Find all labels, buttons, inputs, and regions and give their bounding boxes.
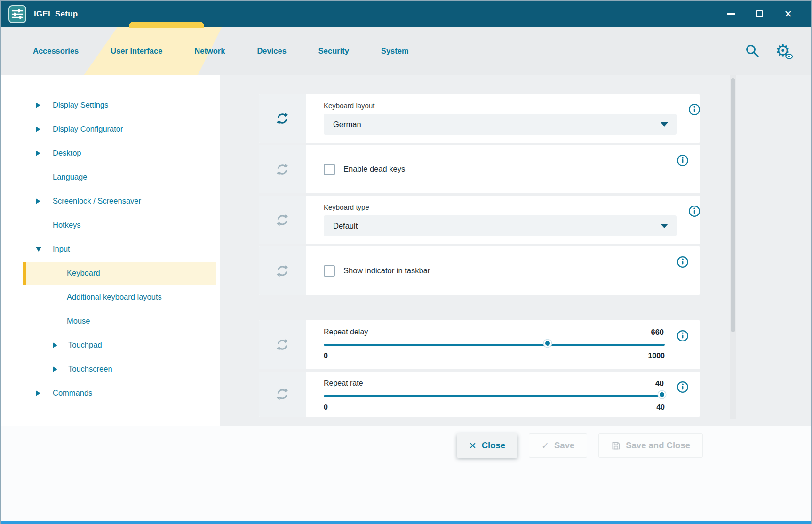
setting-card-keyboard-type: Keyboard type Default: [259, 196, 700, 244]
info-icon[interactable]: [677, 256, 689, 270]
check-icon: ✓: [541, 440, 549, 451]
repeat-delay-value: 660: [651, 328, 664, 337]
sidebar-item-commands[interactable]: Commands: [1, 381, 220, 405]
floppy-disk-icon: [611, 441, 621, 450]
chevron-right-icon: [53, 342, 57, 348]
tab-user-interface[interactable]: User Interface: [111, 47, 162, 56]
info-icon[interactable]: [677, 154, 689, 168]
save-and-close-button[interactable]: Save and Close: [598, 433, 703, 458]
keyboard-layout-value: German: [333, 120, 361, 129]
sidebar-item-mouse[interactable]: Mouse: [1, 309, 220, 333]
show-indicator-checkbox[interactable]: [324, 265, 335, 277]
gear-eye-icon[interactable]: ⚙: [773, 41, 792, 60]
close-button[interactable]: ✕ Close: [457, 433, 517, 458]
chevron-right-icon: [36, 151, 40, 156]
titlebar: IGEL Setup ✕: [1, 1, 811, 27]
sidebar-item-screenlock-screensaver[interactable]: Screenlock / Screensaver: [1, 189, 220, 213]
dropdown-caret-icon: [661, 224, 668, 228]
sidebar-item-keyboard[interactable]: Keyboard: [1, 261, 220, 285]
setting-card-repeat-rate: Repeat rate 40 0 40: [259, 372, 700, 417]
repeat-rate-min: 0: [324, 403, 328, 412]
chevron-right-icon: [36, 103, 40, 108]
slider-thumb[interactable]: [544, 340, 551, 347]
sidebar-item-display-settings[interactable]: Display Settings: [1, 93, 220, 117]
chevron-right-icon: [53, 366, 57, 372]
info-icon[interactable]: [677, 330, 689, 344]
repeat-rate-value: 40: [655, 379, 664, 388]
tab-bar: Accessories User Interface Network Devic…: [1, 27, 811, 75]
repeat-delay-min: 0: [324, 352, 328, 360]
reset-to-default-icon[interactable]: [259, 372, 306, 417]
sidebar-item-language[interactable]: Language: [1, 165, 220, 189]
slider-thumb[interactable]: [658, 391, 666, 398]
window-close-button[interactable]: ✕: [784, 9, 792, 19]
tab-accessories[interactable]: Accessories: [33, 47, 79, 56]
reset-to-default-icon[interactable]: [259, 145, 306, 193]
repeat-rate-max: 40: [656, 403, 665, 412]
chevron-right-icon: [36, 127, 40, 132]
sidebar-item-input[interactable]: Input: [1, 237, 220, 261]
footer-bar: ✕ Close ✓ Save Save and Close: [1, 426, 811, 521]
enable-dead-keys-label: Enable dead keys: [343, 165, 405, 174]
close-x-icon: ✕: [469, 440, 477, 451]
igel-logo-icon: [8, 5, 26, 23]
minimize-button-icon[interactable]: [727, 13, 735, 15]
reset-to-default-icon[interactable]: [259, 320, 306, 369]
repeat-delay-max: 1000: [648, 352, 665, 360]
igel-setup-window: IGEL Setup ✕ Accessories User Interface …: [0, 0, 812, 524]
search-icon[interactable]: [744, 43, 760, 59]
sidebar-item-display-configurator[interactable]: Display Configurator: [1, 117, 220, 141]
sidebar-item-touchscreen[interactable]: Touchscreen: [1, 357, 220, 381]
repeat-rate-label: Repeat rate: [324, 379, 363, 388]
keyboard-type-label: Keyboard type: [324, 203, 677, 211]
window-bottom-border: [1, 521, 811, 524]
scrollbar-thumb[interactable]: [731, 78, 735, 332]
tab-system[interactable]: System: [381, 47, 409, 56]
sidebar-item-touchpad[interactable]: Touchpad: [1, 333, 220, 357]
setting-card-keyboard-layout: Keyboard layout German: [259, 94, 700, 143]
repeat-delay-label: Repeat delay: [324, 328, 368, 336]
chevron-right-icon: [36, 198, 40, 204]
window-title: IGEL Setup: [34, 9, 78, 19]
reset-to-default-icon[interactable]: [259, 246, 306, 295]
info-icon[interactable]: [688, 205, 701, 219]
setting-card-repeat-delay: Repeat delay 660 0 1000: [259, 320, 700, 369]
info-icon[interactable]: [677, 381, 689, 395]
content-scrollbar: [730, 75, 736, 419]
repeat-delay-slider[interactable]: [324, 339, 665, 351]
setting-card-enable-dead-keys: Enable dead keys: [259, 145, 700, 193]
keyboard-type-dropdown[interactable]: Default: [324, 215, 677, 236]
chevron-down-icon: [36, 247, 41, 252]
reset-to-default-icon[interactable]: [259, 196, 306, 244]
show-indicator-label: Show indicator in taskbar: [343, 266, 430, 275]
enable-dead-keys-checkbox[interactable]: [324, 164, 335, 175]
slider-track: [324, 395, 665, 397]
sidebar-item-desktop[interactable]: Desktop: [1, 141, 220, 165]
save-button[interactable]: ✓ Save: [529, 433, 587, 458]
tab-devices[interactable]: Devices: [257, 47, 286, 56]
settings-tree-sidebar: Display Settings Display Configurator De…: [1, 75, 220, 426]
setting-card-show-indicator: Show indicator in taskbar: [259, 246, 700, 295]
settings-panel: Keyboard layout German: [220, 75, 811, 426]
keyboard-type-value: Default: [333, 222, 358, 230]
info-icon[interactable]: [688, 103, 701, 118]
active-tab-notch: [129, 22, 204, 28]
tab-network[interactable]: Network: [194, 47, 225, 56]
sidebar-item-hotkeys[interactable]: Hotkeys: [1, 213, 220, 237]
keyboard-layout-dropdown[interactable]: German: [324, 114, 677, 135]
tab-security[interactable]: Security: [318, 47, 349, 56]
maximize-button-icon[interactable]: [756, 10, 763, 17]
dropdown-caret-icon: [661, 122, 668, 127]
reset-to-default-icon[interactable]: [259, 94, 306, 143]
repeat-rate-slider[interactable]: [324, 390, 665, 402]
chevron-right-icon: [36, 390, 40, 396]
slider-track: [324, 344, 665, 346]
sidebar-item-additional-keyboard-layouts[interactable]: Additional keyboard layouts: [1, 285, 220, 309]
keyboard-layout-label: Keyboard layout: [324, 102, 677, 110]
